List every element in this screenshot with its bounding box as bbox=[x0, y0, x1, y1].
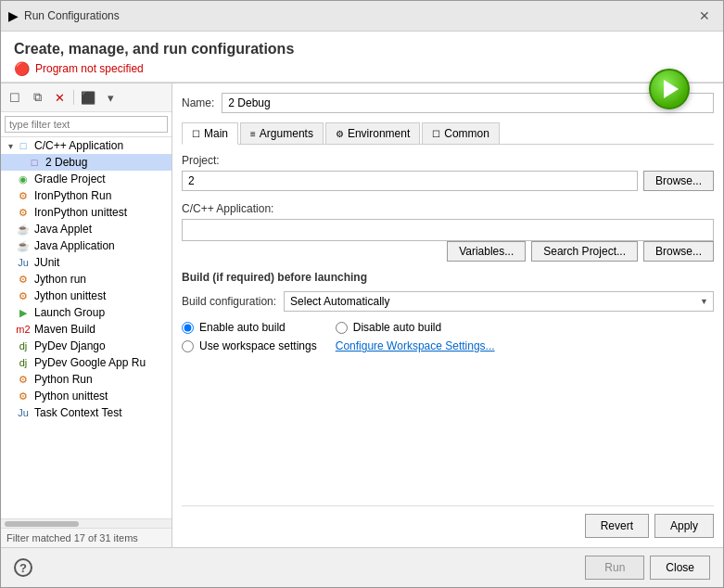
run-button-footer[interactable]: Run bbox=[585, 556, 644, 580]
radio-use-workspace-input[interactable] bbox=[182, 340, 194, 352]
tab-arguments-label: Arguments bbox=[260, 127, 313, 140]
search-project-button[interactable]: Search Project... bbox=[531, 241, 638, 262]
project-input[interactable] bbox=[182, 171, 638, 191]
tree-item-maven-build[interactable]: m2 Maven Build bbox=[1, 321, 171, 338]
title-bar-left: ▶ Run Configurations bbox=[8, 8, 120, 23]
scroll-thumb[interactable] bbox=[5, 521, 79, 527]
cpp-input[interactable] bbox=[188, 223, 707, 236]
tree-item-cpp-category[interactable]: ▾ □ C/C++ Application bbox=[1, 137, 171, 154]
tree-label-jython-run: Jython run bbox=[34, 273, 86, 286]
python-ut-icon: ⚙ bbox=[16, 390, 31, 403]
main-content: ☐ ⧉ ✕ ⬛ ▾ ▾ □ C/C++ Application bbox=[1, 83, 723, 547]
tree-item-pydev-google[interactable]: dj PyDev Google App Ru bbox=[1, 354, 171, 371]
error-icon: 🔴 bbox=[14, 61, 30, 76]
tree-item-ironpython-ut[interactable]: ⚙ IronPython unittest bbox=[1, 204, 171, 221]
main-tab-icon: ☐ bbox=[192, 129, 200, 139]
variables-button[interactable]: Variables... bbox=[447, 241, 526, 262]
configure-workspace-link[interactable]: Configure Workspace Settings... bbox=[336, 339, 495, 352]
browse-cpp-button[interactable]: Browse... bbox=[643, 241, 714, 262]
name-row: Name: bbox=[182, 93, 714, 113]
tree-label-ironpython-ut: IronPython unittest bbox=[34, 206, 127, 219]
tree-label-launch-group: Launch Group bbox=[34, 306, 105, 319]
tree-item-ironpython-run[interactable]: ⚙ IronPython Run bbox=[1, 187, 171, 204]
tab-common-label: Common bbox=[444, 127, 489, 140]
tab-arguments[interactable]: ≡ Arguments bbox=[240, 122, 324, 144]
tree-label-pydev-django: PyDev Django bbox=[34, 339, 106, 352]
name-label: Name: bbox=[182, 96, 214, 109]
filter-status: Filter matched 17 of 31 items bbox=[1, 528, 171, 547]
junit-icon: Ju bbox=[16, 257, 31, 268]
tree-label-python-ut: Python unittest bbox=[34, 390, 108, 403]
more-options-button[interactable]: ▾ bbox=[100, 87, 121, 108]
tree-item-java-app[interactable]: ☕ Java Application bbox=[1, 237, 171, 254]
project-label: Project: bbox=[182, 154, 714, 167]
close-button[interactable]: Close bbox=[650, 556, 710, 580]
apply-button[interactable]: Apply bbox=[654, 514, 714, 538]
tree-label-maven-build: Maven Build bbox=[34, 323, 95, 336]
arguments-tab-icon: ≡ bbox=[250, 129, 256, 139]
left-panel: ☐ ⧉ ✕ ⬛ ▾ ▾ □ C/C++ Application bbox=[1, 83, 172, 547]
cpp-section: C/C++ Application: Variables... Search P… bbox=[182, 202, 714, 262]
browse-project-button[interactable]: Browse... bbox=[643, 171, 714, 191]
tree-item-pydev-django[interactable]: dj PyDev Django bbox=[1, 338, 171, 354]
tree-item-task-context[interactable]: Ju Task Context Test bbox=[1, 404, 171, 421]
build-config-label: Build configuration: bbox=[182, 295, 276, 308]
launch-group-icon: ▶ bbox=[16, 307, 31, 319]
tree-item-gradle[interactable]: ◉ Gradle Project bbox=[1, 171, 171, 187]
revert-button[interactable]: Revert bbox=[585, 514, 649, 538]
build-config-select[interactable]: Select Automatically Debug Release bbox=[284, 291, 714, 312]
expand-spacer2 bbox=[5, 174, 16, 185]
duplicate-config-button[interactable]: ⧉ bbox=[27, 87, 47, 108]
cpp-button-row: Variables... Search Project... Browse... bbox=[182, 241, 714, 262]
scrollbar-area[interactable] bbox=[1, 518, 171, 528]
tree-item-jython-ut[interactable]: ⚙ Jython unittest bbox=[1, 288, 171, 304]
python-run-icon: ⚙ bbox=[16, 374, 31, 386]
radio-group-left: Enable auto build Use workspace settings bbox=[182, 321, 317, 352]
tree-label-cpp-category: C/C++ Application bbox=[34, 139, 123, 152]
close-window-button[interactable]: ✕ bbox=[693, 6, 716, 25]
new-config-button[interactable]: ☐ bbox=[5, 87, 25, 108]
radio-disable-auto-input[interactable] bbox=[336, 322, 348, 334]
export-config-button[interactable]: ⬛ bbox=[78, 87, 98, 108]
tree-item-2debug[interactable]: □ 2 Debug bbox=[1, 154, 171, 171]
radio-row: Enable auto build Use workspace settings… bbox=[182, 321, 714, 352]
tab-main[interactable]: ☐ Main bbox=[182, 122, 238, 145]
radio-enable-auto-input[interactable] bbox=[182, 322, 194, 334]
tab-common[interactable]: ☐ Common bbox=[422, 122, 500, 144]
tree-item-launch-group[interactable]: ▶ Launch Group bbox=[1, 304, 171, 321]
tree-label-python-run: Python Run bbox=[34, 373, 93, 386]
pydev-google-icon: dj bbox=[16, 357, 31, 368]
radio-group-right: Disable auto build Configure Workspace S… bbox=[336, 321, 495, 352]
django-icon: dj bbox=[16, 340, 31, 352]
build-config-row: Build configuration: Select Automaticall… bbox=[182, 291, 714, 312]
gradle-icon: ◉ bbox=[16, 173, 31, 185]
radio-use-workspace[interactable]: Use workspace settings bbox=[182, 339, 317, 352]
cpp-category-icon: □ bbox=[16, 140, 31, 151]
jython-run-icon: ⚙ bbox=[16, 274, 31, 286]
radio-disable-auto[interactable]: Disable auto build bbox=[336, 321, 495, 334]
help-icon[interactable]: ? bbox=[14, 558, 32, 577]
ironpython-ut-icon: ⚙ bbox=[16, 207, 31, 219]
tree-item-java-applet[interactable]: ☕ Java Applet bbox=[1, 221, 171, 237]
common-tab-icon: ☐ bbox=[432, 129, 440, 139]
delete-config-button[interactable]: ✕ bbox=[49, 87, 70, 108]
tree-item-python-run[interactable]: ⚙ Python Run bbox=[1, 371, 171, 388]
filter-input[interactable] bbox=[5, 116, 168, 133]
build-section: Build (if required) before launching Bui… bbox=[182, 271, 714, 352]
project-section: Project: Browse... bbox=[182, 154, 714, 191]
name-input[interactable] bbox=[222, 93, 714, 113]
tree-item-jython-run[interactable]: ⚙ Jython run bbox=[1, 271, 171, 288]
toolbar-separator bbox=[73, 90, 74, 105]
run-triangle-icon bbox=[664, 80, 679, 98]
config-tree: ▾ □ C/C++ Application □ 2 Debug ◉ Gradle… bbox=[1, 137, 171, 518]
build-title: Build (if required) before launching bbox=[182, 271, 714, 284]
footer-right: Run Close bbox=[585, 556, 710, 580]
tab-environment[interactable]: ⚙ Environment bbox=[325, 122, 420, 144]
tree-item-junit[interactable]: Ju JUnit bbox=[1, 254, 171, 271]
cpp-label: C/C++ Application: bbox=[182, 202, 714, 215]
cpp-input-wrap bbox=[182, 219, 714, 241]
environment-tab-icon: ⚙ bbox=[336, 129, 344, 139]
tree-item-python-ut[interactable]: ⚙ Python unittest bbox=[1, 388, 171, 404]
bottom-buttons: Revert Apply bbox=[182, 505, 714, 538]
radio-enable-auto[interactable]: Enable auto build bbox=[182, 321, 317, 334]
